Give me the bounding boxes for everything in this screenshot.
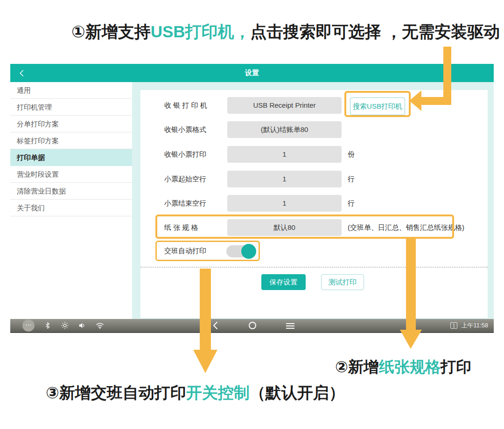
trailing-blank-lines-label: 小票结束空行 (164, 195, 206, 212)
sidebar-item-general[interactable]: 通用 (10, 82, 132, 99)
brightness-icon[interactable] (61, 321, 69, 330)
row-paper-size: 纸 张 规 格 默认80 (交班单、日汇总、销售汇总纸张规格) (140, 219, 488, 236)
annotation-text: （默认开启） (250, 384, 345, 401)
annotation-text: ①新增支持 (71, 22, 151, 41)
annotation-text: ②新增 (335, 358, 379, 375)
sidebar-item-printer-management[interactable]: 打印机管理 (10, 99, 132, 116)
receipt-format-field[interactable]: (默认)结账单80 (227, 121, 342, 138)
shift-auto-print-label: 交班自动打印 (164, 244, 206, 258)
trailing-blank-lines-unit: 行 (348, 195, 355, 212)
receipt-format-label: 收银小票格式 (164, 121, 206, 138)
nav-menu-icon[interactable] (286, 323, 295, 329)
nav-home-icon[interactable] (249, 322, 256, 329)
paper-size-note: (交班单、日汇总、销售汇总纸张规格) (348, 219, 464, 236)
sidebar-item-business-hours[interactable]: 营业时段设置 (10, 166, 132, 183)
annotation-highlight: 开关控制 (186, 384, 250, 401)
toggle-knob (241, 244, 256, 259)
cashier-printer-label: 收 银 打 印 机 (164, 97, 207, 114)
test-print-button[interactable]: 测试打印 (321, 274, 364, 290)
trailing-blank-lines-field[interactable]: 1 (227, 195, 342, 212)
leading-blank-lines-field[interactable]: 1 (227, 171, 342, 187)
sidebar-item-label-print-plan[interactable]: 标签打印方案 (10, 132, 132, 149)
leading-blank-lines-unit: 行 (348, 171, 355, 187)
row-shift-auto-print: 交班自动打印 (140, 244, 488, 261)
row-receipt-format: 收银小票格式 (默认)结账单80 (140, 121, 488, 138)
print-settings-panel: 收 银 打 印 机 USB Receipt Printer 搜索USB打印机 收… (140, 90, 488, 318)
wifi-icon[interactable] (95, 321, 105, 330)
search-usb-printer-button[interactable]: 搜索USB打印机 (350, 97, 405, 115)
receipt-copies-unit: 份 (348, 146, 355, 163)
status-right: 1 上午11:58 (450, 319, 488, 332)
sidebar-item-about[interactable]: 关于我们 (10, 200, 132, 216)
section-divider (140, 267, 488, 268)
receipt-copies-label: 收银小票打印 (164, 146, 206, 163)
annotation-highlight: 纸张规格 (379, 358, 441, 375)
sidebar-item-clear-business-data[interactable]: 清除营业日数据 (10, 183, 132, 200)
annotation-text: 打印 (441, 358, 471, 375)
annotation-highlight: USB打印机， (151, 22, 251, 41)
paper-size-field[interactable]: 默认80 (227, 219, 342, 236)
shift-auto-print-toggle[interactable] (226, 245, 255, 258)
save-settings-button[interactable]: 保存设置 (261, 274, 306, 290)
row-receipt-copies: 收银小票打印 1 份 (140, 146, 488, 163)
annotation-text: ③新增交班自动打印 (46, 384, 186, 401)
annotation-usb-printer: ①新增支持USB打印机，点击搜索即可选择 ，无需安装驱动 (71, 21, 500, 43)
settings-window: 设置 通用 打印机管理 分单打印方案 标签打印方案 打印单据 营业时段设置 清除… (10, 64, 494, 333)
row-trailing-blank-lines: 小票结束空行 1 行 (140, 195, 488, 212)
more-options-icon[interactable]: ⋯ (22, 319, 35, 332)
annotation-text: 点击搜索即可选择 ，无需安装驱动 (251, 22, 500, 41)
settings-main-area: 收 银 打 印 机 USB Receipt Printer 搜索USB打印机 收… (132, 82, 494, 319)
receipt-copies-field[interactable]: 1 (227, 146, 342, 163)
leading-blank-lines-label: 小票起始空行 (164, 171, 206, 187)
nav-back-icon[interactable] (212, 321, 219, 330)
annotation-toggle-control: ③新增交班自动打印开关控制（默认开启） (46, 382, 345, 404)
status-icons: ⋯ (22, 319, 105, 332)
cashier-printer-field[interactable]: USB Receipt Printer (227, 97, 342, 114)
row-cashier-printer: 收 银 打 印 机 USB Receipt Printer 搜索USB打印机 (140, 97, 488, 114)
annotation-paper-size: ②新增纸张规格打印 (335, 357, 471, 378)
notification-badge: 1 (450, 322, 458, 329)
clock: 上午11:58 (461, 321, 488, 330)
page-title: 设置 (245, 69, 259, 77)
sidebar-item-split-print-plan[interactable]: 分单打印方案 (10, 116, 132, 132)
sidebar-item-print-receipts[interactable]: 打印单据 (10, 149, 132, 166)
back-button[interactable] (14, 64, 30, 82)
settings-sidebar: 通用 打印机管理 分单打印方案 标签打印方案 打印单据 营业时段设置 清除营业日… (10, 82, 132, 319)
row-leading-blank-lines: 小票起始空行 1 行 (140, 171, 488, 187)
bluetooth-icon[interactable] (43, 321, 52, 330)
action-buttons: 保存设置 测试打印 (140, 274, 488, 290)
window-body: 通用 打印机管理 分单打印方案 标签打印方案 打印单据 营业时段设置 清除营业日… (10, 82, 494, 319)
volume-icon[interactable] (78, 321, 86, 330)
title-bar: 设置 (10, 64, 494, 82)
back-arrow-icon (18, 69, 26, 77)
android-nav-bar: ⋯ 1 上午11:58 (10, 319, 494, 333)
paper-size-label: 纸 张 规 格 (164, 219, 198, 236)
